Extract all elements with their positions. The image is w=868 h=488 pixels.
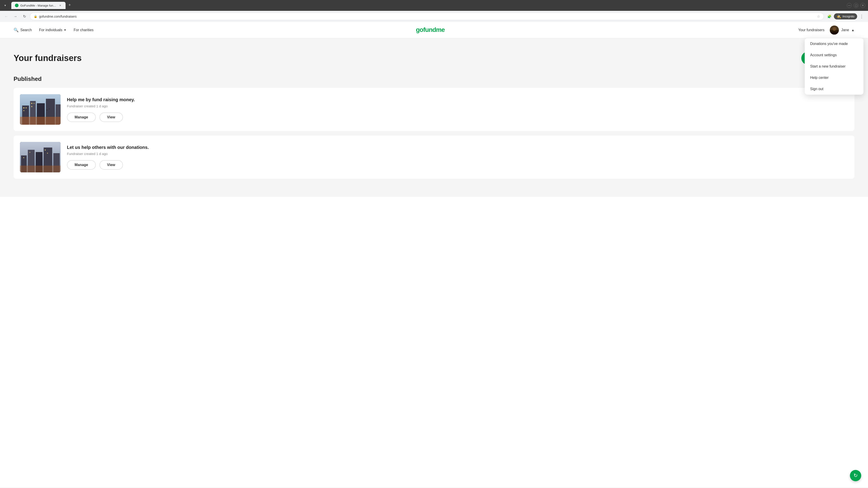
svg-rect-28 (45, 150, 46, 151)
page-header-row: Your fundraisers Start a GoFundMe (13, 52, 855, 65)
svg-text:gofundme: gofundme (416, 26, 445, 33)
dropdown-help-center[interactable]: Help center (805, 72, 864, 84)
reload-btn[interactable]: ↻ (21, 13, 28, 20)
search-label: Search (20, 28, 32, 32)
fundraiser-actions-1: Manage View (67, 112, 848, 122)
svg-point-3 (833, 27, 836, 31)
maximize-btn[interactable]: ▢ (854, 3, 859, 8)
header-right: Your fundraisers Jane ▲ (434, 26, 855, 35)
fundraiser-img-svg-2 (20, 142, 61, 172)
fundraiser-info-1: Help me by fund raising money. Fundraise… (67, 97, 848, 122)
svg-point-19 (49, 109, 50, 109)
user-name: Jane (841, 28, 849, 32)
nav-individuals-label: For individuals (39, 28, 62, 32)
fundraiser-actions-2: Manage View (67, 160, 848, 170)
tab-close-btn[interactable]: ✕ (58, 4, 62, 7)
toolbar-actions: 🧩 🕵 Incognito ⋮ (826, 13, 865, 20)
url-display: gofundme.com/fundraisers (39, 15, 815, 18)
fundraiser-img-placeholder-2 (20, 142, 61, 172)
close-btn[interactable]: ✕ (860, 3, 865, 8)
user-menu-btn[interactable]: Jane ▲ (830, 26, 855, 35)
back-btn[interactable]: ← (3, 13, 10, 20)
avatar (830, 26, 839, 35)
svg-rect-4 (830, 32, 839, 35)
browser-titlebar: ▼ GoFundMe - Manage fundraise... ✕ + — ▢… (0, 0, 868, 11)
svg-rect-14 (31, 103, 32, 104)
new-tab-dropdown[interactable]: ▼ (3, 3, 8, 8)
user-dropdown-menu: Donations you've made Account settings S… (805, 38, 864, 95)
fundraiser-img-placeholder-1 (20, 94, 61, 125)
fundraiser-card-2: Let us help others with our donations. F… (13, 135, 855, 179)
svg-rect-15 (33, 103, 35, 104)
address-bar[interactable]: 🔒 gofundme.com/fundraisers ☆ (30, 13, 824, 20)
tab-title: GoFundMe - Manage fundraise... (20, 4, 57, 7)
svg-rect-16 (31, 106, 32, 107)
tab-bar: GoFundMe - Manage fundraise... ✕ + (11, 2, 845, 9)
fundraiser-img-svg-1 (20, 94, 61, 125)
dropdown-sign-out[interactable]: Sign out (805, 84, 864, 95)
fundraiser-meta-2: Fundraiser created 1 d ago (67, 152, 848, 156)
site-header: 🔍 Search For individuals ▼ For charities… (0, 22, 868, 38)
page-title: Your fundraisers (13, 53, 82, 63)
browser-toolbar: ← → ↻ 🔒 gofundme.com/fundraisers ☆ 🧩 🕵 I… (0, 11, 868, 22)
dropdown-account-settings[interactable]: Account settings (805, 50, 864, 61)
search-btn[interactable]: 🔍 Search (13, 28, 32, 33)
incognito-btn[interactable]: 🕵 Incognito (834, 13, 857, 20)
svg-rect-13 (23, 110, 24, 111)
nav-individuals[interactable]: For individuals ▼ (39, 28, 66, 32)
new-tab-btn[interactable]: + (66, 2, 73, 8)
manage-btn-1[interactable]: Manage (67, 112, 96, 122)
nav-charities-label: For charities (74, 28, 94, 32)
main-content: Your fundraisers Start a GoFundMe Publis… (0, 38, 868, 197)
svg-rect-17 (20, 117, 61, 125)
page-wrapper: 🔍 Search For individuals ▼ For charities… (0, 22, 868, 487)
view-btn-2[interactable]: View (99, 160, 123, 170)
browser-chrome: ▼ GoFundMe - Manage fundraise... ✕ + — ▢… (0, 0, 868, 22)
svg-rect-26 (23, 157, 24, 158)
fundraiser-image-1 (20, 94, 61, 125)
browser-menu-btn[interactable]: ⋮ (858, 13, 865, 20)
header-left: 🔍 Search For individuals ▼ For charities (13, 28, 434, 33)
fundraiser-title-2: Let us help others with our donations. (67, 145, 848, 150)
search-icon: 🔍 (13, 28, 19, 33)
svg-point-18 (46, 110, 48, 110)
your-fundraisers-link[interactable]: Your fundraisers (798, 28, 825, 32)
svg-rect-29 (47, 153, 48, 154)
published-section-title: Published (13, 75, 855, 83)
fundraiser-meta-1: Fundraiser created 1 d ago (67, 104, 848, 108)
chevron-up-icon: ▲ (851, 28, 855, 32)
tab-favicon (15, 4, 19, 7)
chat-widget[interactable]: ↻ (850, 470, 861, 481)
fundraiser-image-2 (20, 142, 61, 172)
incognito-label: Incognito (842, 15, 855, 18)
chat-icon: ↻ (854, 473, 858, 479)
fundraiser-info-2: Let us help others with our donations. F… (67, 145, 848, 170)
fundraiser-title-1: Help me by fund raising money. (67, 97, 848, 102)
nav-charities[interactable]: For charities (74, 28, 94, 32)
bookmark-btn[interactable]: ☆ (817, 14, 820, 19)
incognito-icon: 🕵 (837, 14, 841, 19)
svg-rect-27 (29, 152, 30, 153)
svg-rect-30 (20, 166, 61, 172)
chevron-down-icon: ▼ (64, 29, 66, 32)
dropdown-donations[interactable]: Donations you've made (805, 38, 864, 50)
active-tab[interactable]: GoFundMe - Manage fundraise... ✕ (11, 2, 66, 9)
manage-btn-2[interactable]: Manage (67, 160, 96, 170)
svg-rect-12 (26, 107, 27, 108)
svg-rect-11 (23, 107, 24, 108)
view-btn-1[interactable]: View (99, 112, 123, 122)
dropdown-new-fundraiser[interactable]: Start a new fundraiser (805, 61, 864, 72)
forward-btn[interactable]: → (12, 13, 19, 20)
gofundme-logo-svg: gofundme (416, 25, 452, 34)
avatar-inner (830, 26, 839, 35)
logo[interactable]: gofundme (416, 25, 452, 35)
fundraiser-card-1: Help me by fund raising money. Fundraise… (13, 88, 855, 131)
logo-center: gofundme (416, 25, 452, 35)
extensions-btn[interactable]: 🧩 (826, 13, 833, 20)
avatar-image (830, 26, 839, 35)
minimize-btn[interactable]: — (847, 3, 852, 8)
